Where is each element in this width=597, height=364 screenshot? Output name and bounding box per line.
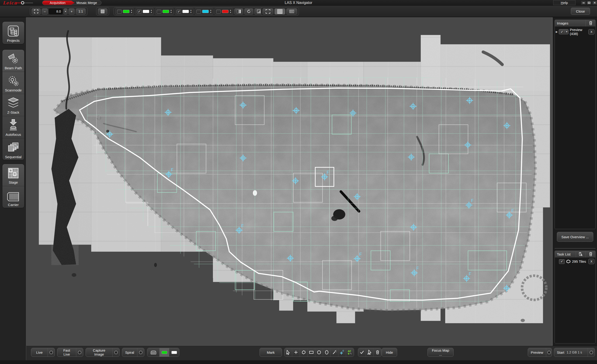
channel-1-spinner[interactable]: ▲▼ [131,9,133,14]
sidebar-item-beam-path[interactable]: Beam Path [2,50,24,72]
stage-overview-toggle[interactable] [147,348,159,356]
sidebar-item-carrier[interactable]: Carrier [2,186,24,208]
grid-large-button[interactable] [275,8,285,15]
circle-tool-button[interactable] [315,348,323,356]
close-window-button[interactable]: ✕ [592,1,597,5]
sidebar-item-projects[interactable]: Projects [2,22,24,44]
one-to-one-button[interactable]: 1:1 [76,8,86,15]
channel-3-checkbox[interactable] [157,9,161,14]
hide-button[interactable]: Hide [382,348,397,357]
gradient-lut-button[interactable] [234,8,243,15]
task-row[interactable]: ✓ 295 Tiles X [555,258,595,265]
frame-view-button[interactable] [263,8,273,15]
wand-tool-button[interactable] [331,348,338,356]
task-checkbox[interactable]: ✓ [559,259,565,264]
sidebar-group-1: Beam PathScanmodeZ-StackAutofocus321Sequ… [2,49,24,160]
zoom-out-button[interactable]: – [42,8,48,15]
fast-live-button[interactable]: Fast Live [57,348,83,357]
sidebar-item-label: Sequential [5,155,22,159]
channel-5-spinner[interactable]: ▲▼ [210,9,212,14]
focus-map-button[interactable]: Focus Map ... [427,348,454,357]
sidebar: ProjectsBeam PathScanmodeZ-StackAutofocu… [0,17,26,364]
channel-4-control[interactable]: ✓▲▼ [175,8,194,15]
trash-button[interactable] [374,348,381,356]
spiral-button[interactable]: Spiral [122,348,144,357]
check-all-button[interactable] [358,348,366,356]
channel-3-color-swatch[interactable] [163,10,169,13]
refresh-lut-button[interactable] [244,8,253,15]
pointer-tool-button[interactable] [284,348,292,356]
slider-knob[interactable] [21,1,24,4]
task-list-title: Task List [555,251,576,257]
plus-tool-button[interactable] [292,348,300,356]
channel-2-color-swatch[interactable] [143,10,149,13]
channel-1-checkbox[interactable] [117,9,122,14]
sidebar-item-sequential[interactable]: 321Sequential [2,138,24,160]
remove-image-button[interactable]: X [588,29,594,34]
delete-all-tasks-button[interactable] [586,251,595,257]
sidebar-item-scanmode[interactable]: Scanmode [2,72,24,94]
capture-image-button[interactable]: Capture Image [86,348,120,357]
tab-mosaic-merge[interactable]: Mosaic Merge [72,1,101,5]
expand-icon[interactable]: ▶ [556,30,558,33]
navigator-canvas[interactable]: F F F F [26,17,552,346]
save-overview-button[interactable]: Save Overview ... [557,232,593,242]
zoom-in-button[interactable]: + [69,8,75,15]
rect-tool-button[interactable] [308,348,315,356]
ellipse-tool-button[interactable] [323,348,331,356]
channel-2-spinner[interactable]: ▲▼ [150,9,152,14]
single-view-button[interactable] [98,8,107,15]
close-navigator-button[interactable]: Close [571,8,590,15]
focus-add-tool-button[interactable]: F [338,348,346,356]
select-all-icon: ALL [367,350,372,355]
svg-text:F: F [469,272,471,276]
channel-1-control[interactable]: ▲▼ [115,8,134,15]
zoom-value-input[interactable]: 8.0 [49,9,63,14]
channel-3-spinner[interactable]: ▲▼ [170,9,172,14]
grid-large-icon [277,9,283,14]
remove-task-button[interactable]: X [588,259,594,264]
channel-5-checkbox[interactable] [196,9,201,14]
channel-6-control[interactable]: ▲▼ [215,8,233,15]
sidebar-item-stage[interactable]: Stage [2,164,24,186]
delete-images-button[interactable] [586,20,595,26]
svg-text:3: 3 [17,145,18,148]
channel-3-control[interactable]: ▲▼ [155,8,174,15]
channel-4-spinner[interactable]: ▲▼ [190,9,192,14]
white-channel-toggle[interactable] [169,348,179,356]
preview-button[interactable]: Preview [528,348,552,357]
titlebar-slider[interactable] [15,3,33,3]
minimize-button[interactable] [581,1,586,5]
channel-6-spinner[interactable]: ▲▼ [230,9,232,14]
pointer-all-button[interactable]: ALL [366,348,374,356]
mark-button[interactable]: Mark [259,348,282,357]
fit-to-screen-button[interactable] [32,8,40,15]
delete-selected-task-button[interactable] [576,251,586,257]
help-menu[interactable]: Help [553,0,575,5]
tile-scan-preview[interactable]: F F F F [27,17,552,346]
live-button[interactable]: Live [31,348,55,357]
sidebar-item-autofocus[interactable]: Autofocus [2,116,24,138]
channel-6-checkbox[interactable] [216,9,221,14]
task-list-panel: Task List ✓ 295 Tiles X [555,251,596,343]
channel-5-color-swatch[interactable] [202,10,209,13]
channel-1-color-swatch[interactable] [123,10,129,13]
sidebar-item-z-stack[interactable]: Z-Stack [2,94,24,116]
zoom-dropdown-button[interactable]: ▼ [64,8,67,15]
maximize-button[interactable] [587,1,591,5]
channel-2-checkbox[interactable]: ✓ [137,9,141,14]
tab-acquisition[interactable]: Acquisition [42,1,75,5]
polygon-tool-button[interactable] [300,348,308,356]
channel-6-color-swatch[interactable] [222,10,228,13]
start-button[interactable]: Start 1.2 GB 1 s [554,348,595,357]
grid-small-button[interactable] [286,8,297,15]
channel-4-checkbox[interactable]: ✓ [177,9,181,14]
dropdown-icon[interactable]: ▼ [565,31,568,33]
channel-5-control[interactable]: ▲▼ [195,8,213,15]
channel-2-control[interactable]: ✓▲▼ [135,8,154,15]
channel-4-color-swatch[interactable] [182,10,189,13]
image-visibility-combo[interactable]: ✓ ▼ [559,29,569,34]
green-channel-toggle[interactable] [159,348,169,356]
af-add-tool-button[interactable]: AF [346,348,354,356]
preview-image-row[interactable]: ▶ ✓ ▼ Preview (438) X [555,27,595,37]
